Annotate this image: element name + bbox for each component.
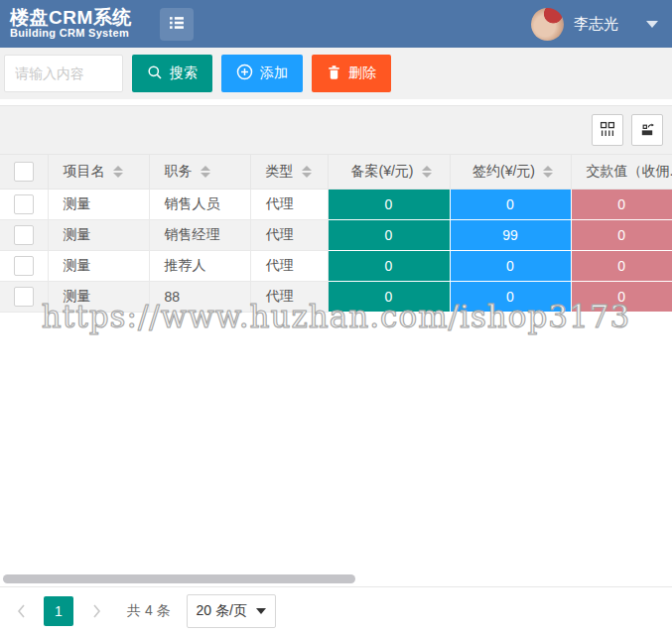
app-logo: 楼盘CRM系统 Building CRM System	[10, 8, 132, 39]
cell-filing-value: 0	[328, 219, 450, 250]
table-toolbar	[0, 105, 672, 155]
search-button-label: 搜索	[170, 64, 198, 82]
column-header-payment[interactable]: 交款值（收佣...	[571, 155, 672, 189]
export-icon	[639, 121, 655, 140]
column-label: 备案(¥/元)	[351, 163, 414, 181]
horizontal-scrollbar[interactable]	[3, 574, 355, 583]
cell-position: 销售经理	[149, 219, 250, 250]
user-name: 李志光	[574, 15, 618, 34]
sidebar-toggle-button[interactable]	[160, 8, 194, 41]
columns-filter-icon	[600, 121, 615, 140]
cell-signing-value: 0	[450, 189, 571, 219]
cell-project: 测量	[48, 250, 149, 281]
cell-project: 测量	[48, 189, 149, 219]
sort-icon[interactable]	[422, 166, 432, 178]
row-checkbox[interactable]	[14, 287, 34, 307]
sort-icon[interactable]	[113, 166, 123, 178]
table-body: 测量 销售人员 代理 0 0 0 测量 销售经理 代理 0 99 0 测量 推荐…	[0, 189, 672, 312]
page-size-value: 20 条/页	[197, 602, 247, 620]
cell-type: 代理	[250, 189, 328, 219]
cell-position: 推荐人	[149, 250, 250, 281]
cell-filing-value: 0	[328, 281, 450, 312]
delete-button[interactable]: 删除	[312, 55, 391, 92]
delete-button-label: 删除	[348, 64, 376, 82]
cell-project: 测量	[48, 219, 149, 250]
select-all-header	[0, 155, 48, 189]
row-checkbox[interactable]	[14, 256, 34, 276]
current-page-button[interactable]: 1	[44, 596, 73, 626]
user-menu[interactable]: 李志光	[531, 8, 658, 41]
search-input[interactable]	[4, 55, 123, 92]
plus-circle-icon	[236, 64, 253, 83]
search-icon	[147, 64, 163, 83]
column-header-filing[interactable]: 备案(¥/元)	[328, 155, 450, 189]
select-arrow-icon	[256, 608, 266, 614]
row-checkbox[interactable]	[14, 194, 34, 214]
table-row: 测量 销售人员 代理 0 0 0	[0, 189, 672, 219]
sort-icon[interactable]	[201, 166, 210, 178]
pagination-bar: 1 共 4 条 20 条/页	[0, 586, 672, 635]
cell-signing-value: 0	[450, 250, 571, 281]
cell-type: 代理	[250, 219, 328, 250]
sort-icon[interactable]	[302, 166, 312, 178]
table-row: 测量 销售经理 代理 0 99 0	[0, 219, 672, 250]
cell-signing-value: 99	[450, 219, 571, 250]
cell-position: 88	[149, 281, 250, 312]
table-row: 测量 88 代理 0 0 0	[0, 281, 672, 312]
cell-filing-value: 0	[328, 189, 450, 219]
search-button[interactable]: 搜索	[132, 55, 212, 92]
cell-payment-value: 0	[571, 219, 672, 250]
app-subtitle: Building CRM System	[10, 28, 132, 40]
row-checkbox[interactable]	[14, 225, 34, 245]
cell-type: 代理	[250, 281, 328, 312]
column-header-type[interactable]: 类型	[250, 155, 328, 189]
column-label: 签约(¥/元)	[472, 163, 535, 181]
column-filter-button[interactable]	[592, 114, 623, 146]
row-checkbox-cell	[0, 189, 48, 219]
action-toolbar: 搜索 添加 删除	[0, 48, 672, 99]
cell-payment-value: 0	[571, 250, 672, 281]
user-avatar	[531, 8, 564, 41]
column-label: 类型	[266, 163, 294, 181]
column-label: 项目名	[64, 163, 105, 181]
app-window: 楼盘CRM系统 Building CRM System 李志光	[0, 0, 672, 635]
cell-filing-value: 0	[328, 250, 450, 281]
data-table: 项目名 职务 类型 备案(¥/元) 签约(¥/元)	[0, 155, 672, 313]
prev-page-button[interactable]	[10, 596, 32, 626]
row-checkbox-cell	[0, 281, 48, 312]
cell-position: 销售人员	[149, 189, 250, 219]
cell-project: 测量	[48, 281, 149, 312]
cell-signing-value: 0	[450, 281, 571, 312]
cell-payment-value: 0	[571, 189, 672, 219]
cell-type: 代理	[250, 250, 328, 281]
chevron-down-icon	[646, 21, 658, 28]
table-row: 测量 推荐人 代理 0 0 0	[0, 250, 672, 281]
add-button[interactable]: 添加	[221, 55, 303, 92]
total-count-label: 共 4 条	[127, 602, 171, 620]
select-all-checkbox[interactable]	[14, 162, 34, 182]
app-title: 楼盘CRM系统	[10, 8, 132, 28]
table-header-row: 项目名 职务 类型 备案(¥/元) 签约(¥/元)	[0, 155, 672, 189]
list-menu-icon	[168, 15, 186, 34]
column-label: 交款值（收佣...	[587, 163, 672, 181]
page-size-select[interactable]: 20 条/页	[187, 594, 276, 628]
column-header-project[interactable]: 项目名	[48, 155, 149, 189]
row-checkbox-cell	[0, 219, 48, 250]
export-button[interactable]	[631, 114, 663, 146]
column-header-signing[interactable]: 签约(¥/元)	[450, 155, 571, 189]
column-header-position[interactable]: 职务	[149, 155, 250, 189]
row-checkbox-cell	[0, 250, 48, 281]
trash-icon	[327, 64, 341, 83]
cell-payment-value: 0	[571, 281, 672, 312]
table-empty-area: https://www.huzhan.com/ishop3173	[0, 313, 672, 586]
top-header: 楼盘CRM系统 Building CRM System 李志光	[0, 0, 672, 48]
add-button-label: 添加	[260, 64, 288, 82]
next-page-button[interactable]	[85, 596, 107, 626]
sort-icon[interactable]	[543, 166, 553, 178]
column-label: 职务	[165, 163, 193, 181]
